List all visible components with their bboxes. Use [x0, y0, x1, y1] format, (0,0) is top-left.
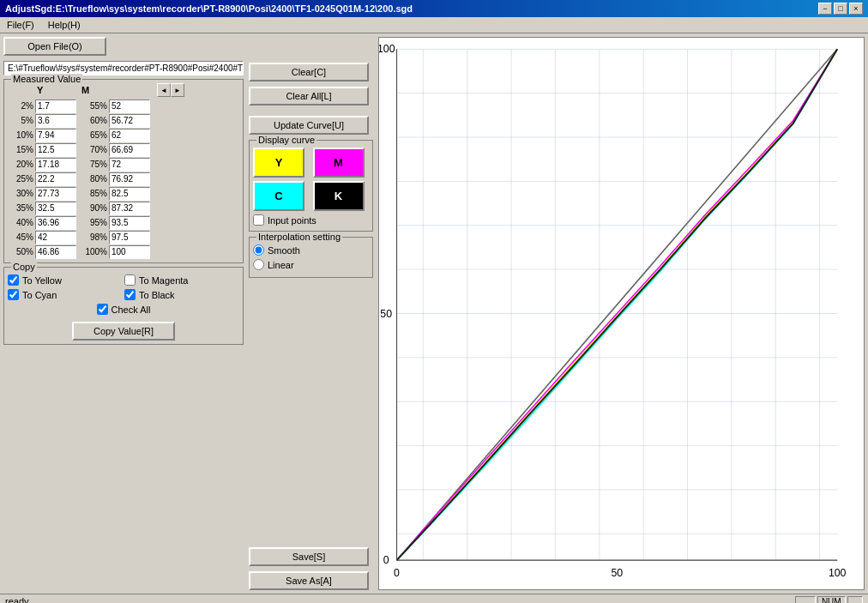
- data-row: 45%: [8, 230, 76, 244]
- menu-bar: File(F) Help(H): [0, 17, 868, 33]
- measured-value-label: Measured Value: [11, 74, 82, 84]
- input-20pct[interactable]: [35, 158, 76, 172]
- left-data-column: 2% 5% 10% 15%: [8, 99, 76, 259]
- maximize-button[interactable]: □: [834, 3, 847, 15]
- linear-row: Linear: [253, 259, 369, 270]
- to-yellow-checkbox[interactable]: [8, 274, 19, 286]
- yellow-curve-button[interactable]: Y: [253, 148, 304, 178]
- svg-text:0: 0: [383, 554, 389, 566]
- svg-text:0: 0: [394, 567, 400, 579]
- to-black-row: To Black: [124, 289, 239, 300]
- linear-label: Linear: [268, 260, 294, 270]
- input-65pct[interactable]: [109, 129, 150, 142]
- cyan-curve-button[interactable]: C: [253, 181, 304, 211]
- data-row: 5%: [8, 113, 76, 128]
- to-black-checkbox[interactable]: [124, 289, 136, 300]
- smooth-radio[interactable]: [253, 244, 264, 256]
- col-header-m: M: [81, 85, 107, 95]
- interpolation-group: Interpolation setting Smooth Linear: [249, 237, 373, 278]
- input-95pct[interactable]: [109, 216, 150, 230]
- chart-svg: 100 50 0 0 50 100: [379, 38, 864, 589]
- to-black-label: To Black: [139, 290, 175, 300]
- title-text: AdjustSgd:E:\Trueflow\sys\system\recorde…: [5, 3, 413, 14]
- input-points-label: Input points: [268, 215, 316, 226]
- to-cyan-checkbox[interactable]: [8, 289, 19, 300]
- data-row: 20%: [8, 157, 76, 172]
- linear-radio[interactable]: [253, 259, 264, 270]
- input-80pct[interactable]: [109, 172, 150, 186]
- left-panel: Open File(O) E:\#Trueflow\#sys#system#re…: [3, 37, 244, 590]
- nav-prev-button[interactable]: ◄: [157, 83, 171, 97]
- input-25pct[interactable]: [35, 172, 76, 186]
- input-5pct[interactable]: [35, 114, 76, 128]
- data-row: 50%: [8, 244, 76, 259]
- status-right: NUM: [795, 596, 863, 603]
- data-row: 80%: [81, 172, 150, 186]
- color-buttons: Y M C K: [253, 148, 369, 211]
- close-button[interactable]: ×: [849, 3, 863, 15]
- num-lock-indicator: NUM: [817, 596, 846, 603]
- save-button[interactable]: Save[S]: [249, 547, 369, 566]
- input-98pct[interactable]: [109, 231, 150, 244]
- menu-help[interactable]: Help(H): [45, 19, 84, 31]
- data-row: 85%: [81, 186, 150, 201]
- to-magenta-checkbox[interactable]: [124, 274, 136, 286]
- copy-label: Copy: [11, 262, 37, 272]
- minimize-button[interactable]: −: [818, 3, 832, 15]
- input-50pct[interactable]: [35, 245, 76, 259]
- input-100pct[interactable]: [109, 245, 150, 259]
- middle-controls: Clear[C] Clear All[L] Update Curve[U] Di…: [249, 37, 373, 590]
- title-bar: AdjustSgd:E:\Trueflow\sys\system\recorde…: [0, 0, 868, 17]
- status-bar: ready NUM: [0, 594, 868, 603]
- data-row: 40%: [8, 215, 76, 230]
- data-row: 35%: [8, 201, 76, 215]
- input-40pct[interactable]: [35, 216, 76, 230]
- check-all-row: Check All: [97, 304, 151, 315]
- status-box-1: [795, 596, 816, 603]
- copy-value-button[interactable]: Copy Value[R]: [72, 322, 175, 341]
- data-row: 75%: [81, 157, 150, 172]
- clear-all-button[interactable]: Clear All[L]: [249, 87, 369, 106]
- title-bar-buttons: − □ ×: [818, 3, 863, 15]
- data-row: 10%: [8, 128, 76, 142]
- data-row: 100%: [81, 244, 150, 259]
- status-ready: ready: [5, 596, 29, 603]
- black-curve-button[interactable]: K: [313, 181, 365, 211]
- data-row: 95%: [81, 215, 150, 230]
- nav-next-button[interactable]: ►: [171, 83, 184, 97]
- menu-file[interactable]: File(F): [3, 19, 38, 31]
- input-2pct[interactable]: [35, 99, 76, 113]
- input-points-checkbox[interactable]: [253, 214, 264, 226]
- clear-button[interactable]: Clear[C]: [249, 63, 369, 81]
- data-row: 60%: [81, 113, 150, 128]
- data-row: 65%: [81, 128, 150, 142]
- to-yellow-label: To Yellow: [22, 275, 62, 286]
- svg-text:50: 50: [612, 567, 624, 579]
- data-row: 25%: [8, 172, 76, 186]
- input-30pct[interactable]: [35, 187, 76, 201]
- svg-text:100: 100: [379, 43, 395, 55]
- input-70pct[interactable]: [109, 143, 150, 157]
- input-55pct[interactable]: [109, 99, 150, 113]
- data-row: 15%: [8, 142, 76, 157]
- input-90pct[interactable]: [109, 202, 150, 215]
- input-75pct[interactable]: [109, 158, 150, 172]
- input-35pct[interactable]: [35, 202, 76, 215]
- input-60pct[interactable]: [109, 114, 150, 128]
- magenta-curve-button[interactable]: M: [313, 148, 365, 178]
- data-row: 30%: [8, 186, 76, 201]
- copy-group: Copy To Yellow To Magenta To Cyan: [3, 267, 244, 345]
- interpolation-label: Interpolation setting: [256, 232, 342, 242]
- check-all-checkbox[interactable]: [97, 304, 108, 315]
- save-as-button[interactable]: Save As[A]: [249, 571, 369, 590]
- to-cyan-row: To Cyan: [8, 289, 123, 300]
- input-10pct[interactable]: [35, 129, 76, 142]
- input-15pct[interactable]: [35, 143, 76, 157]
- input-85pct[interactable]: [109, 187, 150, 201]
- data-row: 70%: [81, 142, 150, 157]
- to-magenta-row: To Magenta: [124, 274, 239, 286]
- update-curve-button[interactable]: Update Curve[U]: [249, 116, 369, 135]
- open-file-button[interactable]: Open File(O): [3, 37, 106, 56]
- measured-value-group: Measured Value Y M ◄ ►: [3, 79, 244, 263]
- input-45pct[interactable]: [35, 231, 76, 244]
